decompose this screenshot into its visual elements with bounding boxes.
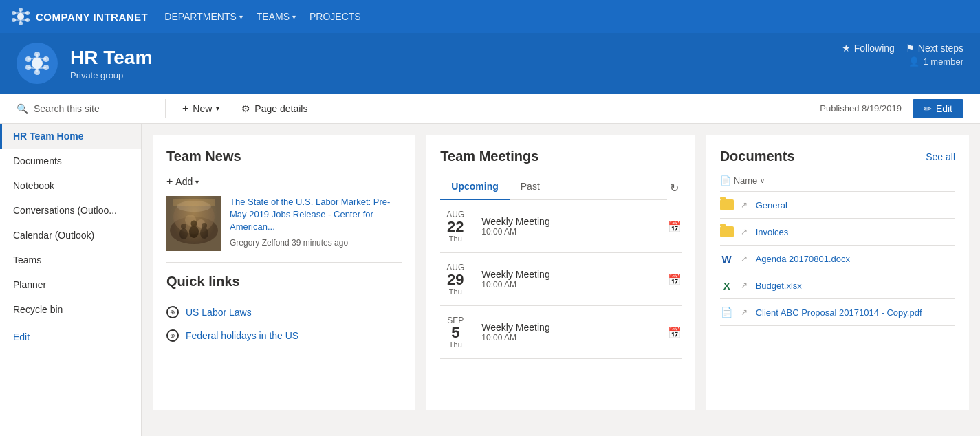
refresh-button[interactable]: ↻ [667, 179, 682, 197]
team-news-title: Team News [166, 149, 402, 164]
doc-row-budget: X ↗ Budget.xlsx [720, 272, 955, 299]
hero-subtitle: Private group [70, 70, 152, 80]
sidebar-item-notebook[interactable]: Notebook [0, 173, 141, 198]
team-logo-icon [24, 50, 50, 76]
content-area: Team News + Add ▾ [142, 124, 980, 436]
meeting-info: Weekly Meeting 10:00 AM [481, 322, 656, 342]
meeting-info: Weekly Meeting 10:00 AM [481, 216, 656, 237]
tab-past[interactable]: Past [510, 175, 551, 200]
doc-arrow-invoices: ↗ [741, 227, 748, 237]
flag-icon: ⚑ [906, 43, 915, 54]
doc-row-invoices: ↗ Invoices [720, 219, 955, 246]
sidebar-item-recycle-bin[interactable]: Recycle bin [0, 297, 141, 322]
news-meta: Gregory Zelfond 39 minutes ago [230, 238, 402, 248]
meetings-tabs: Upcoming Past [440, 175, 666, 200]
news-item-title[interactable]: The State of the U.S. Labor Market: Pre-… [230, 196, 402, 234]
svg-point-29 [185, 215, 196, 226]
svg-point-30 [197, 219, 205, 228]
doc-name-general[interactable]: General [756, 200, 955, 210]
meeting-date: Aug 22 Thu [440, 210, 470, 243]
search-container[interactable]: 🔍 Search this site [17, 103, 154, 114]
published-date: Published 8/19/2019 [820, 103, 902, 113]
quick-link-federal-holidays[interactable]: ⊕ Federal holidays in the US [166, 324, 402, 347]
svg-point-28 [173, 199, 215, 234]
nav-departments[interactable]: DEPARTMENTS ▾ [164, 11, 243, 22]
sidebar-item-conversations[interactable]: Conversations (Outloo... [0, 198, 141, 223]
quick-link-us-labor[interactable]: ⊕ US Labor Laws [166, 301, 402, 324]
meeting-info: Weekly Meeting 10:00 AM [481, 269, 656, 290]
new-button[interactable]: + New ▾ [177, 100, 225, 118]
toolbar: 🔍 Search this site + New ▾ ⚙ Page detail… [0, 94, 980, 124]
star-icon: ★ [842, 43, 851, 54]
edit-button[interactable]: ✏ Edit [913, 99, 963, 118]
person-icon: 👤 [908, 56, 919, 67]
sidebar-item-hr-team-home[interactable]: HR Team Home [0, 124, 141, 149]
calendar-icon: 📅 [668, 326, 682, 339]
sidebar-item-calendar[interactable]: Calendar (Outlook) [0, 223, 141, 248]
see-all-link[interactable]: See all [926, 151, 955, 162]
svg-point-13 [32, 58, 43, 69]
meetings-tabs-row: Upcoming Past ↻ [440, 175, 681, 200]
brand-icon [11, 7, 30, 26]
brand[interactable]: COMPANY INTRANET [11, 7, 148, 26]
doc-arrow-general: ↗ [741, 200, 748, 210]
chevron-down-icon: ▾ [216, 105, 219, 112]
svg-rect-38 [173, 199, 215, 206]
hero-banner: HR Team Private group ★ Following ⚑ Next… [0, 33, 980, 94]
svg-point-27 [170, 217, 218, 244]
doc-name-invoices[interactable]: Invoices [756, 227, 955, 237]
pdf-icon: 📄 [720, 305, 734, 319]
doc-row-agenda: W ↗ Agenda 20170801.docx [720, 246, 955, 272]
team-meetings-title: Team Meetings [440, 149, 681, 164]
quick-links-title: Quick links [166, 274, 402, 290]
nav-projects[interactable]: PROJECTS [309, 11, 361, 22]
nav-teams[interactable]: TEAMS ▾ [257, 11, 296, 22]
doc-arrow-pdf: ↗ [741, 307, 748, 317]
search-placeholder: Search this site [34, 103, 100, 114]
globe-icon: ⊕ [166, 306, 179, 318]
news-author: Gregory Zelfond [230, 238, 290, 248]
news-time-value: 39 minutes ago [292, 238, 348, 248]
brand-label: COMPANY INTRANET [36, 11, 148, 23]
chevron-down-icon: ▾ [292, 13, 296, 21]
sidebar-item-documents[interactable]: Documents [0, 149, 141, 173]
globe-icon: ⊕ [166, 329, 179, 342]
documents-panel: Documents See all 📄 Name ∨ ↗ General [706, 135, 969, 410]
svg-point-37 [177, 201, 211, 212]
meeting-date: Sep 5 Thu [440, 316, 470, 349]
doc-name-budget[interactable]: Budget.xlsx [756, 281, 955, 291]
svg-point-31 [179, 228, 188, 239]
sidebar-item-edit[interactable]: Edit [0, 325, 141, 349]
calendar-icon: 📅 [668, 220, 682, 233]
meeting-row: Sep 5 Thu Weekly Meeting 10:00 AM 📅 [440, 306, 681, 359]
svg-point-0 [17, 13, 24, 20]
hero-actions: ★ Following ⚑ Next steps 👤 1 member [842, 43, 963, 67]
toolbar-divider [165, 99, 166, 118]
hero-logo [17, 43, 58, 84]
sidebar: HR Team Home Documents Notebook Conversa… [0, 124, 142, 436]
chevron-down-icon: ▾ [195, 178, 199, 186]
add-news-button[interactable]: + Add ▾ [166, 175, 199, 188]
page-details-button[interactable]: ⚙ Page details [236, 100, 313, 117]
news-content: The State of the U.S. Labor Market: Pre-… [230, 196, 402, 251]
sort-icon: ∨ [760, 177, 765, 184]
sidebar-item-teams[interactable]: Teams [0, 248, 141, 272]
team-news-panel: Team News + Add ▾ [153, 135, 415, 410]
following-button[interactable]: ★ Following [842, 43, 895, 54]
tab-upcoming[interactable]: Upcoming [440, 175, 509, 200]
plus-icon: + [182, 102, 188, 115]
hero-title: HR Team [70, 47, 152, 69]
search-icon: 🔍 [17, 103, 28, 114]
sidebar-item-planner[interactable]: Planner [0, 272, 141, 297]
doc-name-pdf[interactable]: Client ABC Proposal 20171014 - Copy.pdf [756, 307, 955, 318]
file-icon-header: 📄 [720, 175, 731, 186]
docs-col-header: 📄 Name ∨ [720, 173, 955, 192]
doc-name-agenda[interactable]: Agenda 20170801.docx [756, 254, 955, 264]
main-layout: HR Team Home Documents Notebook Conversa… [0, 124, 980, 436]
svg-point-34 [191, 221, 197, 227]
folder-icon [720, 225, 734, 239]
next-steps-button[interactable]: ⚑ Next steps [906, 43, 963, 54]
doc-arrow-agenda: ↗ [741, 254, 748, 263]
svg-point-36 [202, 223, 207, 228]
excel-icon: X [720, 279, 734, 292]
